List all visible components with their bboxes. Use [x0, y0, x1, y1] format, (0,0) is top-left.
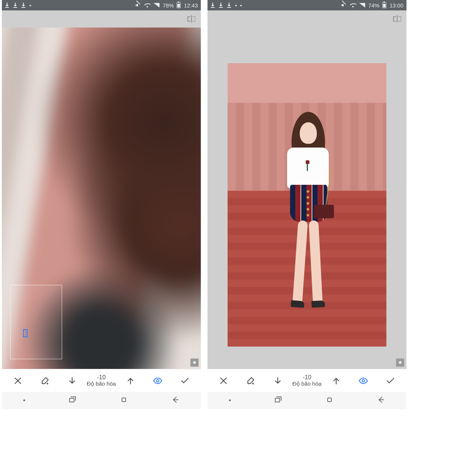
adjust-label: Độ bão hòa [292, 381, 321, 387]
battery-icon [177, 2, 181, 8]
download-icon [5, 3, 9, 8]
bookmark-star-icon[interactable] [190, 358, 199, 367]
wifi-icon [350, 3, 356, 8]
phone-left: 78% 12:43 [2, 0, 201, 409]
editor-topbar [208, 10, 406, 28]
svg-point-0 [47, 383, 48, 384]
system-navbar [2, 392, 201, 409]
home-button[interactable] [325, 395, 334, 406]
back-button[interactable] [171, 395, 180, 406]
svg-point-1 [157, 379, 159, 382]
decrease-button[interactable] [269, 372, 286, 389]
status-bar: 74% 13:00 [208, 0, 406, 10]
nav-assistant-icon[interactable] [23, 397, 25, 405]
visibility-toggle[interactable] [355, 372, 372, 389]
editor-topbar [2, 10, 201, 28]
recents-button[interactable] [68, 395, 77, 406]
wifi-icon [144, 3, 151, 8]
battery-icon [382, 2, 386, 8]
clock: 12:43 [184, 2, 198, 9]
close-button[interactable] [9, 372, 26, 389]
adjust-value: -10 [292, 374, 321, 381]
svg-point-4 [362, 379, 365, 382]
editor-toolbar: -10 Độ bão hòa [208, 369, 406, 392]
close-button[interactable] [215, 372, 232, 389]
adjust-value: -10 [87, 374, 116, 381]
more-dots-icon [235, 2, 243, 9]
battery-percent: 74% [368, 2, 379, 9]
photo-subject [274, 112, 341, 320]
mirror-icon[interactable] [393, 15, 401, 23]
decrease-button[interactable] [64, 372, 81, 389]
editor-canvas[interactable] [2, 28, 201, 369]
navigator-overlay[interactable] [10, 285, 62, 359]
download-icon [219, 3, 223, 8]
confirm-button[interactable] [176, 372, 193, 389]
adjust-group: -10 Độ bão hòa [64, 372, 139, 389]
signal-icon [154, 3, 160, 7]
phone-right: 74% 13:00 [208, 0, 406, 409]
brush-settings-button[interactable] [36, 372, 54, 389]
editor-toolbar: -10 Độ bão hòa [2, 369, 201, 392]
download-icon [13, 3, 17, 8]
status-bar: 78% 12:43 [2, 0, 201, 10]
adjust-readout[interactable]: -10 Độ bão hòa [292, 374, 321, 387]
adjust-readout[interactable]: -10 Độ bão hòa [87, 374, 116, 387]
more-dot-icon [29, 2, 31, 9]
download-icon [210, 3, 215, 8]
home-button[interactable] [119, 395, 128, 406]
mirror-icon[interactable] [187, 15, 196, 23]
svg-rect-2 [122, 398, 126, 402]
navigator-viewport[interactable] [23, 329, 28, 337]
clock: 13:00 [389, 2, 403, 9]
nav-assistant-icon[interactable] [229, 397, 231, 405]
bookmark-star-icon[interactable] [396, 358, 404, 367]
visibility-toggle[interactable] [149, 372, 166, 389]
adjust-group: -10 Độ bão hòa [269, 372, 344, 389]
download-icon [21, 3, 26, 8]
adjust-label: Độ bão hòa [87, 381, 116, 387]
battery-percent: 78% [163, 2, 174, 9]
download-icon [227, 3, 231, 8]
increase-button[interactable] [122, 372, 139, 389]
svg-rect-5 [328, 398, 331, 402]
mute-icon [135, 3, 141, 8]
signal-icon [359, 3, 365, 7]
photo-frame [228, 63, 386, 347]
system-navbar [208, 392, 406, 409]
brush-settings-button[interactable] [242, 372, 259, 389]
editor-canvas[interactable] [208, 28, 406, 369]
increase-button[interactable] [328, 372, 345, 389]
recents-button[interactable] [274, 395, 283, 406]
svg-point-3 [253, 383, 254, 384]
mute-icon [341, 3, 347, 8]
confirm-button[interactable] [382, 372, 399, 389]
back-button[interactable] [376, 395, 385, 406]
